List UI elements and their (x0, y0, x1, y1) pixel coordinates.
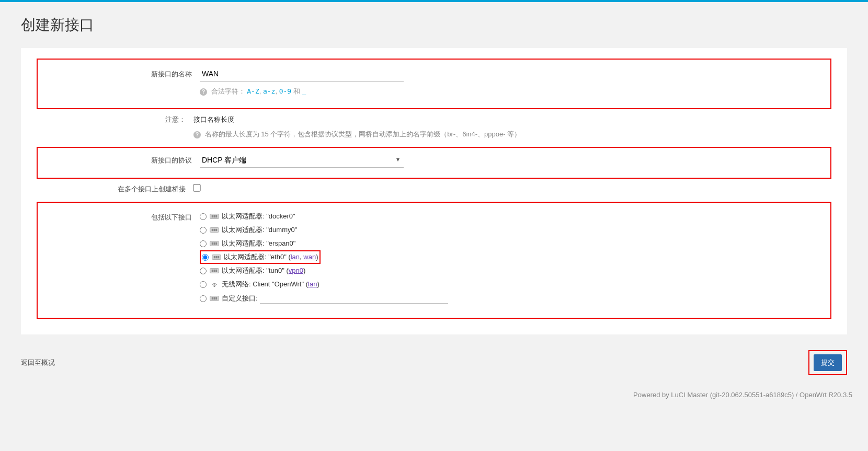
form-panel: 新接口的名称 ? 合法字符： A-Z, a-z, 0-9 和 _ 注意： 接口名… (21, 48, 847, 334)
custom-interface-label: 自定义接口: (222, 294, 258, 303)
wifi-icon (210, 281, 219, 288)
interfaces-section: 包括以下接口 以太网适配器: "docker0"以太网适配器: "dummy0"… (37, 202, 831, 319)
protocol-label: 新接口的协议 (43, 153, 200, 165)
note-label: 注意： (37, 112, 193, 124)
interface-radio[interactable] (200, 281, 207, 288)
zone-link[interactable]: wan (303, 253, 316, 261)
bridge-checkbox[interactable] (193, 184, 200, 191)
note-hint: ? 名称的最大长度为 15 个字符，包含根据协议类型，网桥自动添加上的名字前缀（… (193, 130, 521, 139)
submit-highlight: 提交 (808, 350, 847, 375)
ethernet-icon (210, 213, 219, 220)
ethernet-icon (210, 295, 219, 302)
name-hint: ? 合法字符： A-Z, a-z, 0-9 和 _ (200, 87, 404, 96)
name-label: 新接口的名称 (43, 66, 200, 79)
name-section: 新接口的名称 ? 合法字符： A-Z, a-z, 0-9 和 _ (37, 59, 831, 109)
interfaces-list: 以太网适配器: "docker0"以太网适配器: "dummy0"以太网适配器:… (200, 210, 448, 306)
bridge-label: 在多个接口上创建桥接 (37, 181, 193, 194)
zone-link[interactable]: vpn0 (289, 267, 303, 274)
ethernet-icon (210, 267, 219, 274)
interface-text: 无线网络: Client "OpenWrt" (lan) (222, 280, 319, 289)
interface-radio[interactable] (200, 240, 207, 247)
ethernet-icon (210, 240, 219, 247)
name-input[interactable] (200, 66, 404, 82)
custom-interface-input[interactable] (260, 293, 448, 304)
info-icon: ? (193, 131, 201, 138)
note-row: 注意： 接口名称长度 ? 名称的最大长度为 15 个字符，包含根据协议类型，网桥… (37, 109, 831, 142)
zone-link[interactable]: lan (308, 280, 317, 288)
interface-radio[interactable] (200, 227, 207, 234)
submit-button[interactable]: 提交 (814, 354, 842, 371)
ethernet-icon (210, 226, 219, 234)
bridge-row: 在多个接口上创建桥接 (37, 179, 831, 196)
page-title: 创建新接口 (0, 2, 868, 48)
footer-row: 返回至概况 提交 (21, 350, 847, 375)
protocol-select[interactable]: DHCP 客户端 (200, 153, 404, 168)
ethernet-icon (212, 253, 221, 261)
interface-row: 以太网适配器: "erspan0" (200, 237, 448, 250)
interface-text: 以太网适配器: "erspan0" (222, 239, 295, 248)
interface-row: 以太网适配器: "docker0" (200, 210, 448, 223)
interface-radio[interactable] (200, 295, 207, 302)
interface-row: 以太网适配器: "dummy0" (200, 223, 448, 237)
interface-text: 以太网适配器: "docker0" (222, 212, 295, 221)
note-text: 接口名称长度 (193, 115, 521, 124)
interface-row: 以太网适配器: "tun0" (vpn0) (200, 264, 448, 277)
interface-row: 以太网适配器: "eth0" (lan, wan) (200, 250, 321, 264)
powered-by: Powered by LuCI Master (git-20.062.50551… (0, 386, 868, 412)
interface-text: 以太网适配器: "eth0" (lan, wan) (224, 252, 318, 262)
zone-link[interactable]: lan (291, 253, 300, 261)
interface-text: 以太网适配器: "tun0" (vpn0) (222, 266, 305, 275)
interface-radio[interactable] (202, 254, 209, 261)
interface-row: 无线网络: Client "OpenWrt" (lan) (200, 277, 448, 291)
interfaces-label: 包括以下接口 (43, 210, 200, 222)
info-icon: ? (200, 88, 207, 96)
interface-text: 以太网适配器: "dummy0" (222, 225, 297, 235)
interface-radio[interactable] (200, 268, 207, 274)
back-link[interactable]: 返回至概况 (21, 358, 55, 367)
interface-row-custom: 自定义接口: (200, 291, 448, 306)
protocol-section: 新接口的协议 DHCP 客户端 (37, 147, 831, 179)
interface-radio[interactable] (200, 213, 207, 220)
